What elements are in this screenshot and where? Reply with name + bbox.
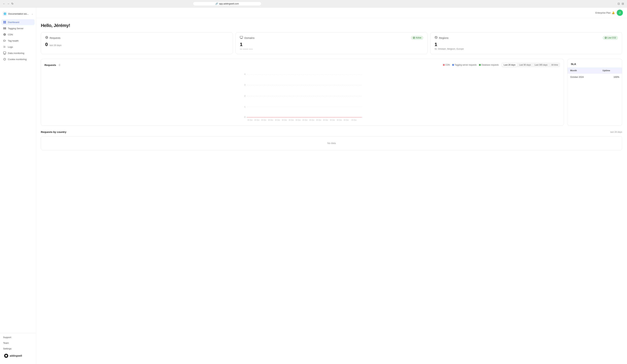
user-avatar[interactable]: J bbox=[617, 10, 623, 16]
time-filters: Last 28 days Last 90 days Last 365 days … bbox=[502, 62, 560, 67]
svg-point-21 bbox=[5, 355, 7, 357]
tagging-server-icon bbox=[3, 27, 6, 30]
main-content: Enterprise Plan 🔔 J Hello, Jérémy! bbox=[36, 7, 627, 364]
svg-text:15 Oct: 15 Oct bbox=[296, 119, 301, 121]
svg-text:0: 0 bbox=[244, 116, 245, 118]
domains-active-badge: Active bbox=[411, 36, 423, 40]
svg-rect-3 bbox=[5, 22, 6, 23]
domains-title: Domains bbox=[244, 36, 255, 39]
url-link-icon: 🔗 bbox=[215, 2, 218, 5]
browser-controls: ← → ↻ bbox=[3, 2, 14, 5]
legend-tagging-dot bbox=[452, 64, 454, 66]
svg-text:15 Oct: 15 Oct bbox=[302, 119, 308, 121]
brand-logo: addingwell bbox=[1, 352, 35, 359]
sidebar-item-label-tag-health: Tag health bbox=[8, 40, 19, 42]
sidebar-item-data-monitoring[interactable]: Data monitoring bbox=[1, 50, 35, 56]
reader-mode-button[interactable]: ⊡ bbox=[617, 2, 620, 5]
cdn-icon bbox=[3, 33, 6, 36]
svg-rect-25 bbox=[240, 36, 243, 38]
svg-point-31 bbox=[605, 37, 607, 39]
stat-card-header-requests: Requests bbox=[45, 36, 228, 40]
brand-name: addingwell bbox=[10, 354, 22, 357]
stat-card-title-requests: Requests bbox=[45, 36, 60, 40]
requests-chart-svg: 4 3 2 1 0 bbox=[45, 70, 560, 122]
requests-sub: last 28 days bbox=[50, 44, 61, 47]
sidebar-item-label-dashboard: Dashboard bbox=[8, 21, 19, 24]
chevron-icon: ⌄ bbox=[31, 12, 33, 15]
regions-low-co2-badge: Low CO2 bbox=[603, 36, 618, 40]
sidebar-item-label-logs: Logs bbox=[8, 46, 13, 48]
stat-card-header-domains: Domains Active bbox=[240, 36, 423, 40]
plan-icon: 🔔 bbox=[612, 11, 615, 14]
sidebar-item-settings[interactable]: Settings bbox=[1, 346, 35, 351]
svg-rect-1 bbox=[5, 21, 6, 22]
plan-badge: Enterprise Plan 🔔 bbox=[595, 11, 615, 14]
back-button[interactable]: ← bbox=[3, 2, 5, 5]
svg-text:15 Oct: 15 Oct bbox=[261, 119, 266, 121]
stat-card-title-domains: Domains bbox=[240, 36, 255, 40]
forward-button[interactable]: → bbox=[7, 2, 10, 5]
sidebar-item-cookie-monitoring[interactable]: Cookie monitoring bbox=[1, 56, 35, 62]
svg-text:3: 3 bbox=[244, 84, 245, 86]
filter-all-time[interactable]: All time bbox=[550, 63, 560, 67]
page-title: Hello, Jérémy! bbox=[41, 23, 622, 28]
sla-col-month: Month bbox=[568, 67, 600, 74]
sla-title: SLA bbox=[568, 59, 622, 67]
sidebar-item-label-data-monitoring: Data monitoring bbox=[8, 52, 24, 54]
sidebar-item-label-settings: Settings bbox=[3, 347, 11, 350]
svg-text:15 Oct: 15 Oct bbox=[254, 119, 260, 121]
stat-card-requests: Requests 0 last 28 days bbox=[41, 32, 233, 54]
regions-globe-icon bbox=[434, 36, 438, 40]
svg-text:15 Oct: 15 Oct bbox=[268, 119, 273, 121]
sidebar-item-tag-health[interactable]: Tag health bbox=[1, 38, 35, 44]
workspace-switcher[interactable]: 🌐 Documentation wo... ⌄ bbox=[0, 10, 36, 19]
plan-label: Enterprise Plan bbox=[595, 11, 611, 14]
filter-last-90[interactable]: Last 90 days bbox=[518, 63, 532, 67]
chart-count: 0 bbox=[59, 63, 60, 66]
svg-text:4: 4 bbox=[244, 73, 245, 75]
top-bar: Enterprise Plan 🔔 J bbox=[36, 7, 627, 18]
legend-tagging-label: Tagging server requests bbox=[455, 64, 477, 66]
svg-rect-13 bbox=[3, 52, 6, 54]
domains-value: 1 bbox=[240, 42, 423, 47]
svg-text:15 Oct: 15 Oct bbox=[337, 119, 342, 121]
sidebar-item-logs[interactable]: Logs bbox=[1, 44, 35, 50]
sidebar-item-support[interactable]: Support bbox=[1, 335, 35, 340]
legend-database-dot bbox=[479, 64, 481, 66]
filter-last-28[interactable]: Last 28 days bbox=[502, 63, 517, 67]
svg-text:15 Oct: 15 Oct bbox=[309, 119, 314, 121]
svg-text:15 Oct: 15 Oct bbox=[344, 119, 349, 121]
svg-point-6 bbox=[5, 28, 5, 28]
split-view-button[interactable]: ⊟ bbox=[622, 2, 624, 5]
sidebar-item-label-cdn: CDN bbox=[8, 33, 13, 36]
svg-text:15 Oct: 15 Oct bbox=[323, 119, 328, 121]
regions-value: 1 bbox=[434, 42, 618, 47]
workspace-name: Documentation wo... bbox=[8, 12, 30, 15]
domains-badge-label: Active bbox=[416, 37, 421, 39]
sla-card: SLA Month Uptime October 2024 100% bbox=[567, 59, 622, 126]
sla-uptime: 100% bbox=[600, 74, 622, 81]
sidebar-item-tagging-server[interactable]: Tagging Server bbox=[1, 25, 35, 31]
dashboard-icon bbox=[3, 21, 6, 24]
filter-last-365[interactable]: Last 365 days bbox=[533, 63, 549, 67]
svg-text:15 Oct: 15 Oct bbox=[282, 119, 287, 121]
browser-url-bar[interactable]: 🔗 app.addingwell.com bbox=[193, 1, 261, 6]
svg-text:15 Oct: 15 Oct bbox=[351, 119, 357, 121]
sidebar-item-dashboard[interactable]: Dashboard bbox=[1, 19, 35, 25]
svg-point-17 bbox=[3, 58, 6, 60]
browser-bar: ← → ↻ 🔗 app.addingwell.com ⊡ ⊟ bbox=[0, 0, 627, 7]
sidebar-item-label-support: Support bbox=[3, 336, 11, 339]
legend-cdn: CDN bbox=[443, 64, 450, 66]
refresh-button[interactable]: ↻ bbox=[11, 2, 14, 5]
stat-card-header-regions: Regions Low CO2 bbox=[434, 36, 618, 40]
svg-text:15 Oct: 15 Oct bbox=[289, 119, 294, 121]
sidebar-item-team[interactable]: Team bbox=[1, 340, 35, 346]
requests-chart-card: Requests 0 CDN Taggi bbox=[41, 59, 564, 126]
svg-point-29 bbox=[413, 37, 415, 39]
sidebar-item-cdn[interactable]: CDN bbox=[1, 32, 35, 37]
data-monitoring-icon bbox=[3, 52, 6, 54]
tag-health-icon bbox=[3, 39, 6, 42]
charts-row: Requests 0 CDN Taggi bbox=[41, 59, 622, 126]
legend-tagging: Tagging server requests bbox=[452, 64, 477, 66]
legend-cdn-label: CDN bbox=[445, 64, 450, 66]
